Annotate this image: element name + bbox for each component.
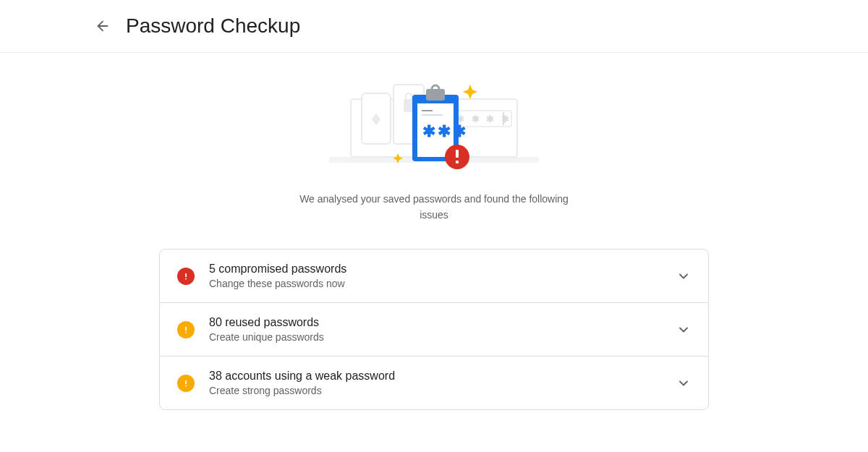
main-content: ✱ ✱ ✱ ✱ ✱✱✱ [159,53,709,410]
svg-rect-18 [456,161,459,163]
issues-card: 5 compromised passwords Change these pas… [159,249,709,410]
svg-rect-21 [185,327,187,331]
hero-section: ✱ ✱ ✱ ✱ ✱✱✱ [159,70,709,223]
back-button[interactable] [94,17,111,35]
warning-icon [177,375,195,392]
svg-rect-24 [185,385,187,387]
issue-subtitle: Change these passwords now [209,278,662,289]
issue-subtitle: Create strong passwords [209,385,662,396]
chevron-down-icon [676,269,691,283]
issue-text-block: 5 compromised passwords Change these pas… [209,263,662,289]
issue-row-compromised[interactable]: 5 compromised passwords Change these pas… [160,250,708,302]
issue-subtitle: Create unique passwords [209,331,662,343]
svg-rect-17 [456,150,459,158]
hero-illustration: ✱ ✱ ✱ ✱ ✱✱✱ [318,70,550,179]
svg-text:✱✱✱: ✱✱✱ [422,122,468,140]
svg-rect-11 [426,89,445,101]
svg-rect-5 [503,112,504,125]
svg-rect-20 [185,278,187,280]
issue-title: 80 reused passwords [209,316,662,329]
issue-row-weak[interactable]: 38 accounts using a weak password Create… [160,356,708,409]
hero-summary-text: We analysed your saved passwords and fou… [297,192,571,223]
warning-icon [177,321,195,338]
chevron-down-icon [676,323,691,337]
issue-text-block: 80 reused passwords Create unique passwo… [209,316,662,343]
chevron-down-icon [676,376,691,391]
page-header: Password Checkup [0,0,868,53]
arrow-left-icon [95,18,111,34]
svg-rect-19 [185,273,187,277]
page-title: Password Checkup [126,14,300,38]
issue-text-block: 38 accounts using a weak password Create… [209,370,662,396]
svg-rect-22 [185,332,187,333]
issue-title: 5 compromised passwords [209,263,662,276]
issue-title: 38 accounts using a weak password [209,370,662,383]
svg-rect-23 [185,380,187,384]
svg-rect-8 [404,99,414,112]
alert-icon [177,268,195,285]
issue-row-reused[interactable]: 80 reused passwords Create unique passwo… [160,302,708,356]
